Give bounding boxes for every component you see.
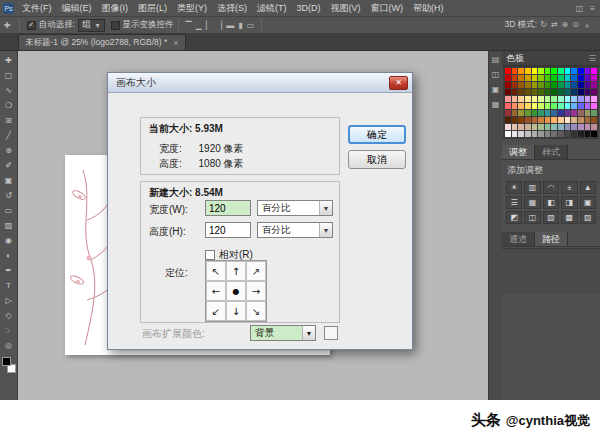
menu-item-9[interactable]: 视图(V) xyxy=(326,0,366,16)
selective-color-icon[interactable]: ▨ xyxy=(580,211,596,224)
swatch-41[interactable] xyxy=(585,82,591,88)
swatch-51[interactable] xyxy=(558,89,564,95)
channel-mixer-icon[interactable]: ▣ xyxy=(580,196,596,209)
menu-item-7[interactable]: 滤镜(T) xyxy=(252,0,292,16)
threshold-icon[interactable]: ▩ xyxy=(561,211,577,224)
levels-icon[interactable]: ▥ xyxy=(524,181,540,194)
eyedropper-tool[interactable]: ╱ xyxy=(1,128,17,143)
swatch-123[interactable] xyxy=(571,124,577,130)
swatch-128[interactable] xyxy=(512,131,518,137)
swatch-31[interactable] xyxy=(518,82,524,88)
swatch-62[interactable] xyxy=(538,96,544,102)
align-icon-4[interactable]: ▕ xyxy=(215,21,223,30)
panel-menu-icon[interactable]: ☰ xyxy=(589,54,596,63)
swatch-28[interactable] xyxy=(591,75,597,81)
clone-stamp-tool[interactable]: ▣ xyxy=(1,173,17,188)
menu-item-8[interactable]: 3D(D) xyxy=(292,0,326,16)
pen-tool[interactable]: ✒ xyxy=(1,263,17,278)
dodge-tool[interactable]: ◐ xyxy=(1,248,17,263)
menu-item-1[interactable]: 文件(F) xyxy=(17,0,57,16)
swatch-47[interactable] xyxy=(532,89,538,95)
swatch-12[interactable] xyxy=(578,68,584,74)
swatch-129[interactable] xyxy=(518,131,524,137)
swatch-124[interactable] xyxy=(578,124,584,130)
swatch-83[interactable] xyxy=(585,103,591,109)
channels-panel-body[interactable] xyxy=(502,248,600,294)
swatch-8[interactable] xyxy=(551,68,557,74)
swatch-68[interactable] xyxy=(578,96,584,102)
swatch-89[interactable] xyxy=(532,110,538,116)
swatch-48[interactable] xyxy=(538,89,544,95)
path-selection-tool[interactable]: ▷ xyxy=(1,293,17,308)
swatch-139[interactable] xyxy=(585,131,591,137)
menu-item-10[interactable]: 窗口(W) xyxy=(366,0,409,16)
hand-tool[interactable]: ☞ xyxy=(1,323,17,338)
swatch-127[interactable] xyxy=(505,131,511,137)
swatch-90[interactable] xyxy=(538,110,544,116)
swatch-126[interactable] xyxy=(591,124,597,130)
swatch-30[interactable] xyxy=(512,82,518,88)
anchor-cell-5[interactable]: ● xyxy=(226,281,246,301)
menu-item-2[interactable]: 编辑(E) xyxy=(57,0,97,16)
swatch-42[interactable] xyxy=(591,82,597,88)
auto-select-checkbox[interactable]: ✓ xyxy=(27,21,36,30)
swatch-17[interactable] xyxy=(518,75,524,81)
swatch-140[interactable] xyxy=(591,131,597,137)
anchor-cell-8[interactable]: ↓ xyxy=(226,301,246,321)
document-tab[interactable]: 未标题-1 @ 25% (logo2788, RGB/8) * × xyxy=(18,34,186,50)
swatch-74[interactable] xyxy=(525,103,531,109)
swatch-91[interactable] xyxy=(545,110,551,116)
blur-tool[interactable]: ◉ xyxy=(1,233,17,248)
swatch-10[interactable] xyxy=(565,68,571,74)
anchor-cell-4[interactable]: ← xyxy=(206,281,226,301)
posterize-icon[interactable]: ▧ xyxy=(543,211,559,224)
align-icon-7[interactable]: ▭ xyxy=(246,21,256,30)
swatch-102[interactable] xyxy=(525,117,531,123)
swatch-136[interactable] xyxy=(565,131,571,137)
swatch-23[interactable] xyxy=(558,75,564,81)
strip-panel-icon-4[interactable]: ▦ xyxy=(492,100,500,109)
swatch-100[interactable] xyxy=(512,117,518,123)
new-height-input[interactable] xyxy=(205,222,251,238)
swatch-121[interactable] xyxy=(558,124,564,130)
zoom-tool[interactable]: ◎ xyxy=(1,338,17,353)
tab-close-icon[interactable]: × xyxy=(173,38,178,48)
swatch-119[interactable] xyxy=(545,124,551,130)
healing-brush-tool[interactable]: ⊕ xyxy=(1,143,17,158)
swatch-36[interactable] xyxy=(551,82,557,88)
type-tool[interactable]: T xyxy=(1,278,17,293)
tab-styles[interactable]: 样式 xyxy=(535,145,568,159)
swatch-93[interactable] xyxy=(558,110,564,116)
swatch-21[interactable] xyxy=(545,75,551,81)
swatch-39[interactable] xyxy=(571,82,577,88)
black-white-icon[interactable]: ◧ xyxy=(543,196,559,209)
swatch-29[interactable] xyxy=(505,82,511,88)
eraser-tool[interactable]: ▭ xyxy=(1,203,17,218)
height-unit-dropdown[interactable]: 百分比 ▼ xyxy=(257,222,333,238)
crop-tool[interactable]: ⊞ xyxy=(1,113,17,128)
swatches-tab[interactable]: 色板 xyxy=(506,52,524,65)
vibrance-icon[interactable]: ▲ xyxy=(580,181,596,194)
swatch-18[interactable] xyxy=(525,75,531,81)
swatch-53[interactable] xyxy=(571,89,577,95)
swatch-117[interactable] xyxy=(532,124,538,130)
swatch-43[interactable] xyxy=(505,89,511,95)
swatch-77[interactable] xyxy=(545,103,551,109)
mode-icon-2[interactable]: ⇄ xyxy=(550,20,559,31)
dialog-close-button[interactable]: ✕ xyxy=(389,76,408,90)
show-transform-checkbox[interactable] xyxy=(111,21,120,30)
tab-paths[interactable]: 路径 xyxy=(535,232,568,246)
swatch-66[interactable] xyxy=(565,96,571,102)
strip-panel-icon-1[interactable]: ▤ xyxy=(492,55,500,64)
swatch-72[interactable] xyxy=(512,103,518,109)
width-unit-dropdown[interactable]: 百分比 ▼ xyxy=(257,200,333,216)
swatch-16[interactable] xyxy=(512,75,518,81)
cancel-button[interactable]: 取消 xyxy=(348,150,406,169)
swatch-2[interactable] xyxy=(512,68,518,74)
swatch-5[interactable] xyxy=(532,68,538,74)
swatch-63[interactable] xyxy=(545,96,551,102)
swatch-26[interactable] xyxy=(578,75,584,81)
auto-select-dropdown[interactable]: 组 ▾ xyxy=(78,19,105,32)
align-icon-6[interactable]: ▮ xyxy=(237,21,243,30)
swatch-107[interactable] xyxy=(558,117,564,123)
